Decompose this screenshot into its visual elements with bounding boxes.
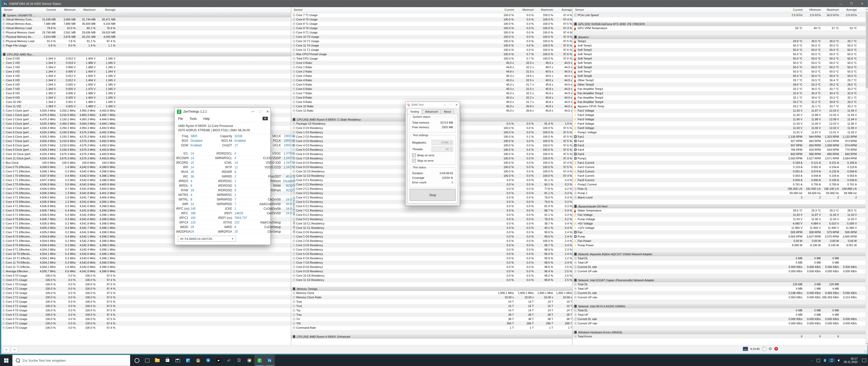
- sensor-row[interactable]: Fan9842 RPM586 RPM890 RPM840 RPM: [572, 152, 865, 156]
- taskbar-clock[interactable]: 18:17 28.11.2020: [844, 357, 858, 364]
- spinner-arrows[interactable]: ▲▼: [450, 147, 452, 151]
- tray-icon[interactable]: 4351: [830, 358, 834, 362]
- threads-stepper[interactable]: 24▲▼: [432, 147, 453, 152]
- scrollbar-thumb[interactable]: [866, 11, 868, 88]
- sensor-row[interactable]: Fan1 Voltage11.93 V11.87 V12.03 V11.94 V: [572, 109, 865, 113]
- col-average[interactable]: Average: [95, 8, 116, 12]
- sensor-row[interactable]: Core 2 Ratio44.8 x31.5 x49.5 x44.9 x: [291, 69, 572, 74]
- sensor-row[interactable]: Core 11 C1 Residency0.0 %0.0 %40.1 %0.4 …: [291, 226, 572, 230]
- sensor-row[interactable]: +5V Voltage4.990 V4.984 V5.010 V5.009 V: [572, 221, 865, 226]
- hwinfo-titlebar[interactable]: HWiNFO64 v6.34-4300 Sensor Status — ❐ ✕: [1, 0, 867, 7]
- sensor-row[interactable]: Virtual Memory Com...31,638 MB3,965 MB31…: [1, 18, 291, 22]
- sensor-row[interactable]: Core 9 T0 Usage100.0 %0.0 %100.0 %97.4 %: [291, 26, 572, 30]
- sensor-row[interactable]: Core 5 VID1.344 V0.912 V1.494 V1.345 V: [1, 78, 291, 83]
- sensor-row[interactable]: Total CPU Usage100.0 %0.7 %100.0 %97.6 %: [291, 56, 572, 61]
- minimize-button[interactable]: —: [443, 103, 446, 106]
- sensor-row[interactable]: Virtual Memory Avai...7,986 MB7,880 MB35…: [1, 22, 291, 26]
- stop-on-error-checkbox[interactable]: ✓ Stop on error: [412, 159, 453, 162]
- sensor-row[interactable]: Core 1 Ratio44.8 x32.2 x48.5 x44.9 x: [291, 65, 572, 69]
- sensor-row[interactable]: Soft Temp350.0 °C50.0 °C50.0 °C50.0 °C: [572, 52, 865, 56]
- section-header-row[interactable]: Windows Hardware Errors (WHEA): [572, 330, 865, 334]
- sensor-row[interactable]: Core 8 T1 Usage100.0 %0.0 %100.0 %97.5 %: [291, 22, 572, 26]
- sensor-row[interactable]: Pump Power8.990 W8.190 W9.140 W9.051 W: [572, 243, 865, 247]
- sensor-row[interactable]: Soft Temp450.0 °C50.0 °C50.0 °C50.0 °C: [572, 56, 865, 61]
- sensor-row[interactable]: Core 0 Ratio45.0 x32.0 x49.5 x44.9 x: [291, 61, 572, 65]
- logging-chart-icon[interactable]: [743, 347, 748, 351]
- maximize-button[interactable]: ☐: [259, 110, 262, 113]
- sensor-row[interactable]: Core 0 T0 Usage100.0 %0.0 %100.0 %97.5 %: [1, 274, 291, 278]
- sensor-row[interactable]: Core 10 VID1.344 V0.931 V1.488 V1.345 V: [1, 100, 291, 104]
- zentimings-taskbar-button[interactable]: Z: [254, 355, 265, 366]
- sensor-row[interactable]: Core 7 T1 Usage100.0 %0.0 %100.0 %97.4 %: [291, 13, 572, 18]
- file-explorer-button[interactable]: [152, 355, 162, 366]
- sensor-row[interactable]: Fan4766 RPM626 RPM824 RPM770 RPM: [572, 148, 865, 152]
- sensor-row[interactable]: Pump1 Current0.761 A0.755 A0.783 A0.761 …: [572, 182, 865, 187]
- screenshot-camera-icon[interactable]: [262, 117, 268, 120]
- hwinfo-taskbar-button[interactable]: [265, 355, 275, 366]
- close-button[interactable]: ✕: [857, 0, 867, 7]
- sensor-row[interactable]: Core 10 T1 Effectiv...4,504.1 MHz0.3 MHz…: [1, 256, 291, 261]
- menu-help[interactable]: Help: [203, 117, 210, 121]
- sensor-row[interactable]: Core 11 T1 Effectiv...4,504.1 MHz1.6 MHz…: [1, 265, 291, 269]
- sensor-row[interactable]: Soft Temp550.0 °C50.0 °C50.0 °C50.0 °C: [572, 61, 865, 65]
- sensor-row[interactable]: Core 0 T1 Usage100.0 %0.0 %100.0 %97.4 %: [1, 278, 291, 282]
- sensor-row[interactable]: Fan Amplifier Temp332.1 °C30.6 °C33.2 °C…: [572, 95, 865, 100]
- sensor-row[interactable]: Water Temperature28.6 °C25.3 °C29.2 °C28…: [572, 208, 865, 213]
- sensor-row[interactable]: Temp129.8 °C26.5 °C30.5 °C29.7 °C: [572, 39, 865, 43]
- sensor-row[interactable]: Core 5 Ratio45.3 x31.7 x45.8 x44.9 x: [291, 83, 572, 87]
- stop-button[interactable]: Stop: [410, 189, 456, 201]
- sensor-row[interactable]: Fan3 Voltage11.90 V11.88 V12.08 V11.94 V: [572, 117, 865, 122]
- section-header-row[interactable]: CPU [#0]: AMD Ryz...: [1, 52, 291, 56]
- sensor-row[interactable]: Core 7 Ratio45.0 x32.2 x45.8 x44.9 x: [291, 91, 572, 95]
- col-minimum[interactable]: Minimum: [514, 8, 534, 12]
- megabytes-stepper[interactable]: 27086▲▼: [432, 140, 453, 145]
- sensor-row[interactable]: Core 9 T1 Usage100.0 %0.0 %100.0 %97.4 %: [291, 30, 572, 35]
- sensor-row[interactable]: Total Errors000: [572, 334, 865, 339]
- sensor-row[interactable]: Core 0 C6 Residency0.0 %0.0 %99.9 %2.4 %: [291, 230, 572, 235]
- sensor-row[interactable]: Trcd15 T15 T15 T15 T: [291, 304, 572, 308]
- chrome-button[interactable]: [193, 355, 203, 366]
- sensor-row[interactable]: Core 4 VID1.344 V0.912 V1.500 V1.345 V: [1, 74, 291, 78]
- section-header-row[interactable]: Aquacomputer D5 Next: [572, 204, 865, 208]
- sensor-row[interactable]: Core 1 VID1.344 V0.919 V1.488 V1.345 V: [1, 61, 291, 65]
- sensor-row[interactable]: Core 10 C6 Residency0.0 %0.0 %99.2 %2.5 …: [291, 274, 572, 278]
- sensor-row[interactable]: Pump1 Voltage11.91 V11.87 V12.01 V11.93 …: [572, 130, 865, 134]
- sensor-row[interactable]: Soft Temp850.0 °C50.0 °C50.0 °C50.0 °C: [572, 74, 865, 78]
- sensor-row[interactable]: Trfc266 T266 T266 T266 T: [291, 321, 572, 326]
- section-header-row[interactable]: Network: Intel Wi-Fi 6 AX200 160MHz: [572, 304, 865, 308]
- sensor-row[interactable]: Tras28 T28 T28 T28 T: [291, 313, 572, 317]
- sensor-row[interactable]: Core 6 T0 Usage100.0 %0.0 %100.0 %97.4 %: [1, 326, 291, 330]
- sensor-row[interactable]: Physical Memory Used29,798 MB2,561 MB29,…: [1, 30, 291, 35]
- sensor-row[interactable]: Core 11 T0 Usage100.0 %0.0 %100.0 %97.5 …: [291, 43, 572, 48]
- sensor-row[interactable]: GPU VRM Temperature56 °C49 °C57 °C53 °C: [572, 26, 865, 30]
- col-minimum[interactable]: Minimum: [56, 8, 76, 12]
- sensor-row[interactable]: Current DL rate0.000 KB/s0.000 KB/s0.000…: [572, 317, 865, 321]
- resize-grip[interactable]: [864, 350, 867, 353]
- col-current[interactable]: Current: [36, 8, 56, 12]
- sensor-row[interactable]: Core 5 C6 Residency0.0 %0.0 %96.0 %2.4 %: [291, 252, 572, 256]
- sensor-row[interactable]: Memory Clock Ratio19.00 x19.00 x19.00 x1…: [291, 295, 572, 300]
- sensor-row[interactable]: Soft Temp650.0 °C50.0 °C50.0 °C50.0 °C: [572, 65, 865, 69]
- sensor-row[interactable]: Core 2 C6 Residency0.0 %0.0 %100.0 %2.4 …: [291, 239, 572, 243]
- menu-file[interactable]: File: [178, 117, 183, 121]
- tray-icon[interactable]: [823, 358, 827, 362]
- sensor-row[interactable]: Soft Temp250.0 °C50.0 °C50.0 °C50.0 °C: [572, 48, 865, 52]
- sensor-row[interactable]: Core 3 C6 Residency0.0 %0.0 %99.7 %2.4 %: [291, 243, 572, 247]
- sensor-row[interactable]: Fan2927 RPM660 RPM1,013 RPM973 RPM: [572, 139, 865, 143]
- col-maximum[interactable]: Maximum: [533, 8, 553, 12]
- sensor-row[interactable]: Core 6 C6 Residency0.0 %0.0 %99.9 %2.2 %: [291, 256, 572, 261]
- sensor-row[interactable]: Core 11 T1 Usage100.0 %0.0 %100.0 %97.6 …: [291, 48, 572, 52]
- col-sensor[interactable]: Sensor: [575, 8, 584, 11]
- sensor-row[interactable]: Core 3 T0 Usage100.0 %0.0 %100.0 %97.5 %: [1, 300, 291, 304]
- sensor-row[interactable]: Core 1 T1 Usage100.0 %0.0 %100.0 %97.4 %: [1, 286, 291, 291]
- sensor-row[interactable]: Core 8 C6 Residency0.0 %0.0 %98.6 %2.5 %: [291, 265, 572, 269]
- sensor-row[interactable]: Fan Amplifier Temp133.2 °C30.5 °C33.7 °C…: [572, 87, 865, 91]
- sensor-row[interactable]: Page File Usage0.8 %0.0 %1.4 %1.1 %: [1, 43, 291, 48]
- sensor-row[interactable]: Other Temp229.7 °C26.5 °C30.4 °C29.7 °C: [572, 78, 865, 83]
- col-maximum[interactable]: Maximum: [75, 8, 96, 12]
- sensor-row[interactable]: Core 1 T0 Usage100.0 %0.0 %100.0 %97.5 %: [1, 282, 291, 286]
- sensor-row[interactable]: Fan3 Current0.091 A0.074 A0.132 A0.094 A: [572, 169, 865, 174]
- sensor-row[interactable]: Fan9 Current0.003 A0.000 A0.105 A0.034 A: [572, 178, 865, 182]
- sensor-row[interactable]: Core 5 T1 Usage100.0 %0.0 %100.0 %97.4 %: [1, 321, 291, 326]
- spacer-row[interactable]: [572, 30, 865, 35]
